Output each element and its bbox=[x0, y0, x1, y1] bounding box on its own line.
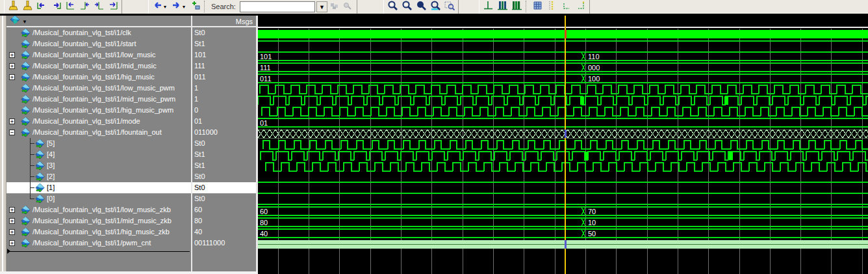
signal-value: 0 bbox=[192, 105, 256, 116]
svg-text:50: 50 bbox=[588, 230, 596, 238]
svg-text:011: 011 bbox=[260, 75, 272, 83]
find-previous-icon[interactable] bbox=[151, 0, 164, 12]
cursor-navigation-group bbox=[4, 0, 122, 14]
signal-name-label: /Musical_fountain_vlg_tst/i1/fountain_ou… bbox=[32, 127, 162, 138]
signal-row[interactable]: + /Musical_fountain_vlg_tst/i1/mode bbox=[6, 116, 191, 127]
signal-row[interactable]: /Musical_fountain_vlg_tst/i1/hig_music_p… bbox=[6, 105, 191, 116]
signal-values-column: Msgs St0St110111101111001011000St0St1St1… bbox=[192, 16, 256, 274]
signal-value: St0 bbox=[192, 138, 256, 149]
add-selected-to-window-icon[interactable] bbox=[188, 0, 201, 12]
expanded-time-off-icon[interactable] bbox=[481, 0, 494, 12]
signal-name-label: [4] bbox=[47, 149, 55, 160]
signal-row[interactable]: + /Musical_fountain_vlg_tst/i1/mid_music… bbox=[6, 215, 191, 226]
expand-icon[interactable]: + bbox=[9, 218, 15, 224]
signal-row[interactable]: /Musical_fountain_vlg_tst/i1/start bbox=[6, 38, 191, 49]
signal-name-label: /Musical_fountain_vlg_tst/i1/start bbox=[32, 38, 136, 49]
insert-cursor-icon[interactable] bbox=[6, 0, 19, 12]
signal-row[interactable]: − /Musical_fountain_vlg_tst/i1/fountain_… bbox=[6, 127, 191, 138]
show-contributors-icon[interactable] bbox=[574, 0, 587, 12]
modelsim-wave-window: { "toolbar": { "search_label": "Search:"… bbox=[0, 0, 868, 274]
show-readers-icon[interactable] bbox=[560, 0, 573, 12]
signal-row[interactable]: [0] bbox=[6, 193, 191, 204]
find-previous-transition-icon[interactable] bbox=[35, 0, 48, 12]
signal-name-label: [2] bbox=[47, 171, 55, 182]
signal-value: 111 bbox=[192, 61, 256, 72]
find-previous-falling-edge-icon[interactable] bbox=[78, 0, 91, 12]
chevron-down-icon[interactable]: ▾ bbox=[164, 0, 170, 10]
signal-row[interactable]: /Musical_fountain_vlg_tst/i1/clk bbox=[6, 27, 191, 38]
expand-icon[interactable]: + bbox=[9, 118, 15, 124]
expanded-time-deltas-icon[interactable] bbox=[496, 0, 509, 12]
svg-text:40: 40 bbox=[260, 230, 268, 238]
zoom-full-icon[interactable] bbox=[415, 0, 428, 12]
search-reverse-icon[interactable] bbox=[329, 0, 342, 12]
expand-icon[interactable]: + bbox=[9, 240, 15, 246]
signal-value: St0 bbox=[192, 171, 256, 182]
signal-name-label: /Musical_fountain_vlg_tst/i1/mid_music_z… bbox=[32, 215, 172, 226]
signal-value: 01 bbox=[192, 116, 256, 127]
signal-name-label: /Musical_fountain_vlg_tst/i1/clk bbox=[32, 27, 131, 38]
waveform-canvas[interactable]: 11010100011110001101706010805040 bbox=[258, 16, 868, 274]
expand-icon[interactable]: + bbox=[9, 207, 15, 213]
zoom-out-icon[interactable] bbox=[400, 0, 413, 12]
signal-value: St0 bbox=[192, 27, 256, 38]
signal-row[interactable]: + /Musical_fountain_vlg_tst/i1/mid_music bbox=[6, 61, 191, 72]
signal-row[interactable]: + /Musical_fountain_vlg_tst/i1/hig_music… bbox=[6, 226, 191, 238]
search-dropdown-caret[interactable]: ▼ bbox=[316, 1, 327, 12]
zoom-in-icon[interactable] bbox=[386, 0, 399, 12]
signal-row[interactable]: /Musical_fountain_vlg_tst/i1/low_music_p… bbox=[6, 83, 191, 94]
tree-line bbox=[30, 187, 34, 188]
expand-icon[interactable]: + bbox=[9, 52, 15, 58]
signal-name-label: /Musical_fountain_vlg_tst/i1/low_music bbox=[32, 49, 156, 61]
signal-value: St1 bbox=[192, 160, 256, 171]
signal-value: St0 bbox=[192, 182, 256, 193]
panel-left-border bbox=[0, 16, 6, 274]
signal-value: 60 bbox=[192, 204, 256, 215]
expanded-time-events-icon[interactable] bbox=[510, 0, 523, 12]
expand-icon[interactable]: + bbox=[9, 229, 15, 235]
toggle-leaf-names-icon[interactable] bbox=[531, 0, 544, 12]
svg-text:101: 101 bbox=[260, 53, 272, 61]
names-column-header[interactable]: ▼ bbox=[6, 16, 191, 27]
find-first-falling-edge-icon[interactable] bbox=[64, 0, 77, 12]
signal-row[interactable]: + /Musical_fountain_vlg_tst/i1/low_music bbox=[6, 49, 191, 61]
signal-row[interactable]: /Musical_fountain_vlg_tst/i1/mid_music_p… bbox=[6, 94, 191, 105]
signal-row[interactable]: [3] bbox=[6, 160, 191, 171]
signal-name-label: /Musical_fountain_vlg_tst/i1/hig_music_p… bbox=[32, 105, 173, 116]
expand-icon[interactable]: + bbox=[9, 63, 15, 69]
signal-row[interactable]: + /Musical_fountain_vlg_tst/i1/pwm_cnt bbox=[6, 238, 191, 249]
delete-cursor-icon[interactable] bbox=[21, 0, 34, 12]
zoom-group bbox=[383, 0, 459, 14]
search-group: ▾▾ Search: ▼ bbox=[148, 0, 357, 14]
find-next-transition-icon[interactable] bbox=[49, 0, 62, 12]
chevron-down-icon[interactable]: ▼ bbox=[22, 19, 27, 25]
signal-name-label: /Musical_fountain_vlg_tst/i1/pwm_cnt bbox=[32, 238, 151, 249]
find-last-rising-edge-icon[interactable] bbox=[107, 0, 120, 12]
signal-row[interactable]: [4] bbox=[6, 149, 191, 160]
find-next-rising-edge-icon[interactable] bbox=[92, 0, 105, 12]
toolbar-separator bbox=[526, 1, 529, 12]
expand-icon[interactable]: + bbox=[9, 74, 15, 80]
zoom-in-on-active-cursor-icon[interactable] bbox=[429, 0, 442, 12]
signal-name-label: /Musical_fountain_vlg_tst/i1/hig_music bbox=[32, 72, 155, 83]
search-input[interactable] bbox=[240, 1, 315, 12]
signal-row[interactable]: + /Musical_fountain_vlg_tst/i1/low_music… bbox=[6, 204, 191, 215]
waveform-svg[interactable]: 11010100011110001101706010805040 bbox=[258, 16, 868, 274]
search-options-icon[interactable] bbox=[342, 0, 355, 12]
zoom-mode-icon[interactable] bbox=[443, 0, 456, 12]
tree-line bbox=[30, 199, 34, 199]
signal-icon bbox=[21, 238, 31, 251]
signal-row[interactable]: [2] bbox=[6, 171, 191, 182]
find-next-icon[interactable] bbox=[170, 0, 183, 12]
signal-row[interactable]: + /Musical_fountain_vlg_tst/i1/hig_music bbox=[6, 72, 191, 83]
signal-value: 101 bbox=[192, 49, 256, 61]
wave-logo-icon[interactable] bbox=[10, 16, 20, 27]
values-column-header: Msgs bbox=[192, 16, 256, 27]
signal-row[interactable]: [5] bbox=[6, 138, 191, 149]
signal-name-label: [0] bbox=[47, 193, 55, 204]
signal-row[interactable]: [1] bbox=[6, 182, 191, 193]
signal-name-label: /Musical_fountain_vlg_tst/i1/mode bbox=[32, 116, 140, 127]
show-drivers-icon[interactable] bbox=[546, 0, 559, 12]
chevron-down-icon[interactable]: ▾ bbox=[183, 0, 188, 10]
collapse-icon[interactable]: − bbox=[9, 130, 15, 135]
